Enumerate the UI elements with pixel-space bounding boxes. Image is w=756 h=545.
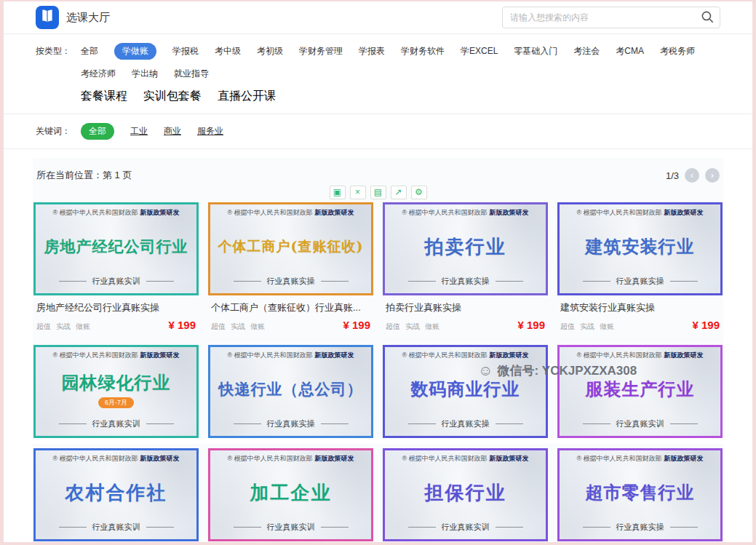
type-option[interactable]: 套餐课程 — [81, 87, 127, 106]
banner-subtitle: 行业真账实操 — [616, 522, 664, 533]
keyword-option-selected[interactable]: 全部 — [81, 123, 114, 140]
banner-note-bold: 新版政策研发 — [140, 351, 180, 359]
page-indicator: 1/3 — [666, 170, 679, 181]
type-option[interactable]: 考初级 — [257, 43, 283, 60]
course-card[interactable]: ® 根据中华人民共和国财政部新版政策研发 拍卖行业 行业真账实操 拍卖行业真账实… — [383, 202, 548, 336]
type-option[interactable]: 考经济师 — [81, 65, 116, 82]
banner-subtitle: 行业真账实操 — [616, 276, 664, 287]
course-price: ¥ 199 — [343, 319, 370, 331]
banner-note-bold: 新版政策研发 — [315, 455, 354, 462]
type-option[interactable]: 就业指导 — [174, 65, 209, 82]
banner-note: ® 根据中华人民共和国财政部 — [227, 351, 312, 359]
panel-head: 所在当前位置：第 1 页 1/3 ‹ › — [33, 168, 723, 183]
keyword-option[interactable]: 服务业 — [197, 123, 223, 140]
course-price: ¥ 199 — [692, 319, 720, 331]
keyword-option[interactable]: 工业 — [130, 123, 148, 140]
course-banner: ® 根据中华人民共和国财政部新版政策研发 快递行业（总公司） 行业真账实操 — [208, 345, 373, 438]
course-card[interactable]: ® 根据中华人民共和国财政部新版政策研发 农村合作社 行业真账实训 农村合作社行… — [33, 448, 199, 545]
type-option-all[interactable]: 全部 — [81, 43, 98, 60]
banner-note: ® 根据中华人民共和国财政部 — [52, 351, 138, 359]
share-icon[interactable]: ↗ — [391, 186, 407, 199]
banner-note: ® 根据中华人民共和国财政部 — [402, 209, 487, 216]
banner-note-bold: 新版政策研发 — [315, 209, 354, 216]
type-option[interactable]: 考CMA — [616, 43, 644, 60]
course-name: 拍卖行业 — [425, 234, 506, 260]
course-banner: ® 根据中华人民共和国财政部新版政策研发 担保行业 行业真账实训 — [383, 448, 548, 541]
course-tags: 超值实战做账 — [560, 319, 619, 332]
course-card[interactable]: ® 根据中华人民共和国财政部新版政策研发 建筑安装行业 行业真账实操 建筑安装行… — [557, 202, 723, 336]
location-text: 所在当前位置：第 1 页 — [36, 169, 132, 182]
course-card[interactable]: ® 根据中华人民共和国财政部新版政策研发 服装生产行业 行业真账实训 — [557, 345, 723, 438]
type-option[interactable]: 学报税 — [172, 43, 199, 60]
banner-note: ® 根据中华人民共和国财政部 — [576, 351, 661, 359]
banner-note-bold: 新版政策研发 — [490, 209, 529, 216]
type-option[interactable]: 学报表 — [359, 43, 385, 60]
course-card[interactable]: ® 根据中华人民共和国财政部新版政策研发 超市零售行业 行业真账实操 超市零售行… — [557, 448, 723, 545]
page-frame: 选课大厅 按类型： 全部 学做账 学报税 考中级 考初级 学财务管理 学报表 学… — [0, 0, 756, 545]
course-tags: 超值实战做账 — [211, 319, 270, 332]
banner-note: ® 根据中华人民共和国财政部 — [402, 351, 487, 359]
course-banner: ® 根据中华人民共和国财政部新版政策研发 加工企业 行业真账实训 — [208, 448, 373, 541]
banner-subtitle: 行业真账实训 — [267, 522, 315, 533]
prev-page-button[interactable]: ‹ — [685, 168, 699, 183]
course-card[interactable]: ® 根据中华人民共和国财政部新版政策研发 担保行业 行业真账实训 担保行业真账实… — [383, 448, 548, 545]
capture-toolbar: ▣ × ▤ ↗ ⚙ — [33, 186, 723, 199]
search-box — [502, 7, 720, 28]
course-title: 个体工商户（查账征收）行业真账... — [211, 301, 370, 314]
course-banner: ® 根据中华人民共和国财政部新版政策研发 农村合作社 行业真账实训 — [33, 448, 199, 541]
keyword-option[interactable]: 商业 — [164, 123, 181, 140]
type-option[interactable]: 直播公开课 — [218, 87, 276, 106]
search-input[interactable] — [502, 7, 720, 28]
course-card[interactable]: ® 根据中华人民共和国财政部新版政策研发 个体工商户(查账征收) 行业真账实操 … — [208, 202, 373, 336]
type-option[interactable]: 考中级 — [215, 43, 241, 60]
banner-subtitle: 行业真账实操 — [267, 418, 315, 429]
course-card[interactable]: ® 根据中华人民共和国财政部新版政策研发 园林绿化行业 6月-7月 行业真账实训 — [33, 345, 199, 438]
type-option[interactable]: 学EXCEL — [461, 43, 498, 60]
fullscreen-icon[interactable]: × — [350, 186, 366, 199]
banner-note-bold: 新版政策研发 — [664, 351, 704, 359]
type-option[interactable]: 学出纳 — [132, 65, 158, 82]
type-option[interactable]: 考注会 — [573, 43, 600, 60]
type-options-row1: 全部 学做账 学报税 考中级 考初级 学财务管理 学报表 学财务软件 学EXCE… — [81, 43, 720, 82]
course-name: 担保行业 — [425, 480, 506, 506]
type-option[interactable]: 零基础入门 — [514, 43, 557, 60]
banner-subtitle: 行业真账实操 — [442, 276, 490, 287]
course-name: 建筑安装行业 — [586, 235, 695, 258]
banner-note-bold: 新版政策研发 — [664, 455, 704, 462]
type-option[interactable]: 实训包套餐 — [143, 87, 202, 106]
image-icon[interactable]: ▣ — [330, 186, 346, 199]
course-card[interactable]: ® 根据中华人民共和国财政部新版政策研发 数码商业行业 行业真账实操 — [383, 345, 548, 438]
save-icon[interactable]: ▤ — [370, 186, 386, 199]
next-page-button[interactable]: › — [705, 168, 720, 183]
type-option[interactable]: 学财务管理 — [299, 43, 343, 60]
course-banner: ® 根据中华人民共和国财政部新版政策研发 拍卖行业 行业真账实操 — [383, 202, 548, 295]
course-banner: ® 根据中华人民共和国财政部新版政策研发 超市零售行业 行业真账实操 — [557, 448, 723, 541]
banner-note: ® 根据中华人民共和国财政部 — [576, 209, 661, 216]
search-icon[interactable] — [701, 10, 715, 27]
course-card[interactable]: ® 根据中华人民共和国财政部新版政策研发 房地产经纪公司行业 行业真账实训 房地… — [33, 202, 199, 336]
course-banner: ® 根据中华人民共和国财政部新版政策研发 建筑安装行业 行业真账实操 — [557, 202, 723, 295]
course-tags: 超值实战做账 — [36, 319, 95, 332]
banner-note: ® 根据中华人民共和国财政部 — [227, 209, 312, 216]
course-banner: ® 根据中华人民共和国财政部新版政策研发 园林绿化行业 6月-7月 行业真账实训 — [33, 345, 199, 438]
banner-note-bold: 新版政策研发 — [664, 209, 704, 216]
type-option-selected[interactable]: 学做账 — [114, 43, 156, 60]
course-title: 建筑安装行业真账实操 — [560, 301, 720, 314]
course-card[interactable]: ® 根据中华人民共和国财政部新版政策研发 加工企业 行业真账实训 加工企业行业会… — [208, 448, 373, 545]
banner-note-bold: 新版政策研发 — [490, 351, 529, 359]
course-card[interactable]: ® 根据中华人民共和国财政部新版政策研发 快递行业（总公司） 行业真账实操 — [208, 345, 373, 438]
type-option[interactable]: 学财务软件 — [401, 43, 445, 60]
type-option[interactable]: 考税务师 — [660, 43, 695, 60]
pagination: 1/3 ‹ › — [666, 168, 720, 183]
settings-icon[interactable]: ⚙ — [411, 186, 427, 199]
banner-subtitle: 行业真账实操 — [267, 276, 315, 287]
banner-subtitle: 行业真账实训 — [442, 522, 490, 533]
banner-subtitle: 行业真账实训 — [92, 276, 140, 287]
course-banner: ® 根据中华人民共和国财政部新版政策研发 房地产经纪公司行业 行业真账实训 — [33, 202, 199, 295]
banner-note-bold: 新版政策研发 — [140, 209, 180, 216]
course-price: ¥ 199 — [168, 319, 196, 331]
course-banner: ® 根据中华人民共和国财政部新版政策研发 个体工商户(查账征收) 行业真账实操 — [208, 202, 373, 295]
course-name: 数码商业行业 — [411, 378, 520, 401]
course-panel: 所在当前位置：第 1 页 1/3 ‹ › ▣ × ▤ ↗ ⚙ ® 根据中华人民共… — [33, 158, 723, 438]
type-filter-label: 按类型： — [36, 43, 81, 57]
